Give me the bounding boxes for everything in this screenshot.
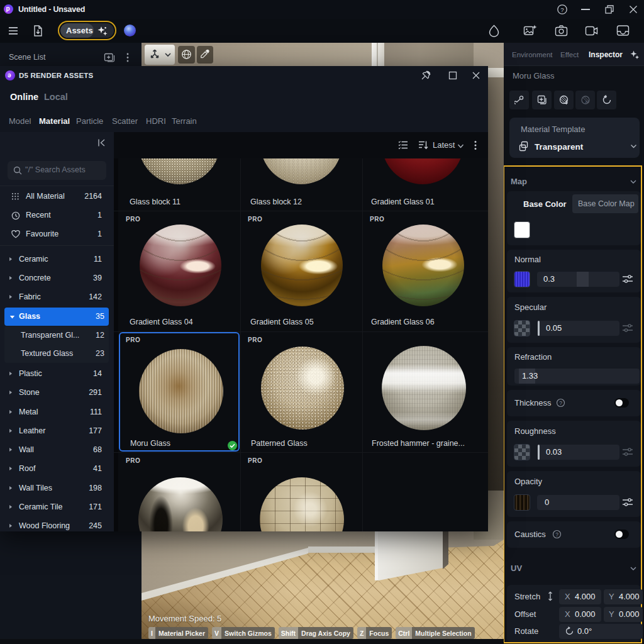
svg-text:AI: AI [586,100,589,104]
svg-text:?: ? [560,6,564,13]
svg-text:?: ? [559,400,562,406]
svg-text:?: ? [555,531,558,538]
